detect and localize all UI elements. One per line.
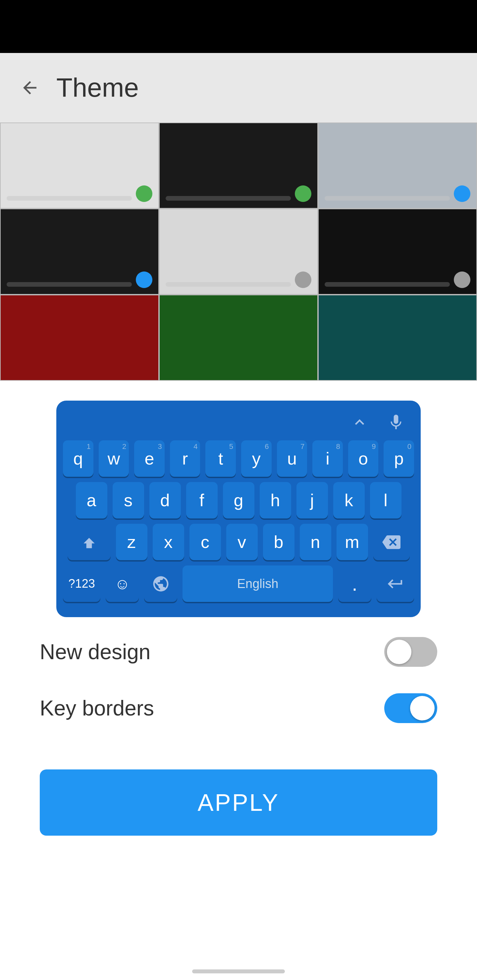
theme-grid (0, 123, 477, 381)
apply-btn-container: APPLY (0, 770, 477, 862)
expand-icon[interactable] (348, 410, 371, 434)
key-s[interactable]: s (113, 482, 144, 519)
key-borders-toggle[interactable] (384, 693, 437, 723)
theme-cell-teal[interactable] (318, 295, 477, 381)
key-g[interactable]: g (223, 482, 254, 519)
numbers-key[interactable]: ?123 (63, 565, 101, 602)
new-design-thumb (387, 640, 412, 664)
backspace-key[interactable] (373, 524, 410, 560)
new-design-row: New design (40, 637, 437, 667)
key-t[interactable]: t5 (205, 440, 236, 477)
theme-cell-dark[interactable] (159, 123, 318, 208)
theme-cell-dark2[interactable] (0, 208, 159, 295)
key-f[interactable]: f (186, 482, 218, 519)
key-borders-label: Key borders (40, 696, 154, 721)
toggle-section: New design Key borders (0, 617, 477, 770)
key-i[interactable]: i8 (313, 440, 343, 477)
home-indicator (192, 969, 285, 974)
key-e[interactable]: e3 (134, 440, 164, 477)
status-bar (0, 0, 477, 53)
theme-cell-light[interactable] (0, 123, 159, 208)
key-h[interactable]: h (260, 482, 291, 519)
back-button[interactable] (17, 75, 43, 101)
globe-key[interactable] (144, 565, 177, 602)
theme-cell-red[interactable] (0, 295, 159, 381)
key-k[interactable]: k (333, 482, 365, 519)
keyboard: q1 w2 e3 r4 t5 y6 u7 i8 o9 p0 a s d f g … (56, 401, 421, 617)
key-r[interactable]: r4 (170, 440, 200, 477)
key-v[interactable]: v (226, 524, 258, 560)
enter-key[interactable] (376, 565, 414, 602)
key-b[interactable]: b (263, 524, 295, 560)
key-j[interactable]: j (297, 482, 328, 519)
key-y[interactable]: y6 (241, 440, 272, 477)
shift-key[interactable] (68, 524, 111, 560)
key-w[interactable]: w2 (99, 440, 129, 477)
theme-cell-gray[interactable] (318, 123, 477, 208)
header: Theme (0, 53, 477, 123)
theme-cell-light2[interactable] (159, 208, 318, 295)
key-a[interactable]: a (76, 482, 107, 519)
key-z[interactable]: z (116, 524, 147, 560)
emoji-key[interactable]: ☺ (106, 565, 139, 602)
mic-icon[interactable] (384, 410, 407, 434)
key-o[interactable]: o9 (348, 440, 379, 477)
key-borders-row: Key borders (40, 693, 437, 723)
page-title: Theme (56, 73, 139, 103)
apply-button[interactable]: APPLY (40, 770, 437, 836)
new-design-label: New design (40, 640, 150, 664)
key-u[interactable]: u7 (277, 440, 307, 477)
keyboard-row-2: a s d f g h j k l (63, 482, 414, 519)
key-borders-thumb (410, 696, 435, 721)
keyboard-top-icons (63, 410, 414, 434)
theme-cell-black[interactable] (318, 208, 477, 295)
key-l[interactable]: l (370, 482, 402, 519)
keyboard-row-3: z x c v b n m (63, 524, 414, 560)
new-design-toggle[interactable] (384, 637, 437, 667)
key-p[interactable]: p0 (384, 440, 414, 477)
key-m[interactable]: m (337, 524, 368, 560)
key-n[interactable]: n (300, 524, 331, 560)
space-key[interactable]: English (182, 565, 333, 602)
key-d[interactable]: d (149, 482, 181, 519)
key-q[interactable]: q1 (63, 440, 93, 477)
key-x[interactable]: x (153, 524, 184, 560)
keyboard-row-1: q1 w2 e3 r4 t5 y6 u7 i8 o9 p0 (63, 440, 414, 477)
key-c[interactable]: c (190, 524, 221, 560)
period-key[interactable]: . (338, 565, 371, 602)
bottom-panel: q1 w2 e3 r4 t5 y6 u7 i8 o9 p0 a s d f g … (0, 381, 477, 980)
keyboard-row-4: ?123 ☺ English . (63, 565, 414, 602)
theme-cell-green[interactable] (159, 295, 318, 381)
